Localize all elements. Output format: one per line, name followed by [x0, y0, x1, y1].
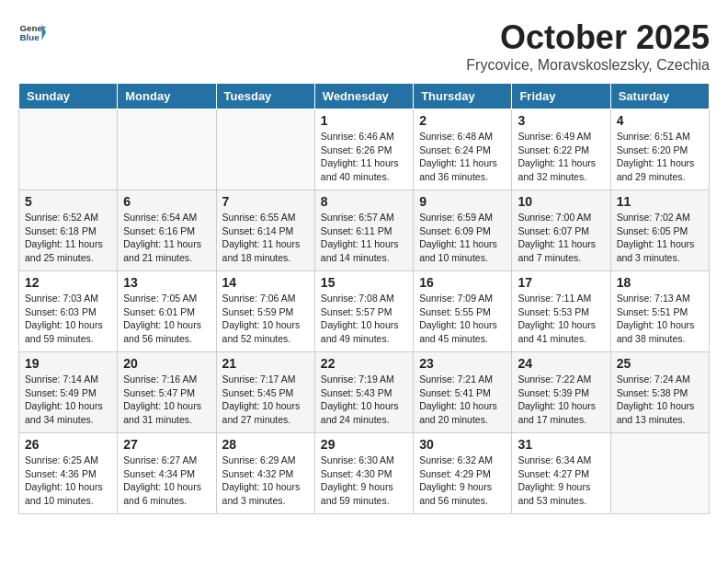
day-number: 27 [123, 437, 210, 452]
day-number: 14 [222, 275, 309, 290]
calendar-cell: 2Sunrise: 6:48 AMSunset: 6:24 PMDaylight… [414, 109, 512, 190]
calendar-week-row: 19Sunrise: 7:14 AMSunset: 5:49 PMDayligh… [19, 352, 710, 433]
day-info: Sunrise: 6:46 AMSunset: 6:26 PMDaylight:… [321, 130, 407, 184]
day-info: Sunrise: 6:59 AMSunset: 6:09 PMDaylight:… [419, 211, 506, 265]
day-info: Sunrise: 6:57 AMSunset: 6:11 PMDaylight:… [321, 211, 407, 265]
day-info: Sunrise: 6:30 AMSunset: 4:30 PMDaylight:… [321, 454, 407, 508]
calendar-week-row: 12Sunrise: 7:03 AMSunset: 6:03 PMDayligh… [19, 271, 710, 352]
day-number: 28 [222, 437, 309, 452]
calendar-cell: 11Sunrise: 7:02 AMSunset: 6:05 PMDayligh… [610, 190, 709, 271]
day-info: Sunrise: 6:27 AMSunset: 4:34 PMDaylight:… [123, 454, 210, 508]
day-info: Sunrise: 7:13 AMSunset: 5:51 PMDaylight:… [617, 292, 703, 346]
day-number: 4 [617, 113, 703, 128]
calendar-cell: 15Sunrise: 7:08 AMSunset: 5:57 PMDayligh… [314, 271, 413, 352]
calendar-cell [216, 109, 314, 190]
calendar-cell: 27Sunrise: 6:27 AMSunset: 4:34 PMDayligh… [118, 433, 216, 514]
day-info: Sunrise: 6:25 AMSunset: 4:36 PMDaylight:… [25, 454, 111, 508]
calendar-cell: 6Sunrise: 6:54 AMSunset: 6:16 PMDaylight… [118, 190, 216, 271]
day-info: Sunrise: 7:16 AMSunset: 5:47 PMDaylight:… [123, 373, 210, 427]
day-info: Sunrise: 7:21 AMSunset: 5:41 PMDaylight:… [419, 373, 506, 427]
weekday-header-friday: Friday [512, 84, 610, 109]
day-number: 30 [419, 437, 506, 452]
day-info: Sunrise: 7:02 AMSunset: 6:05 PMDaylight:… [617, 211, 703, 265]
day-info: Sunrise: 6:54 AMSunset: 6:16 PMDaylight:… [123, 211, 210, 265]
day-number: 2 [419, 113, 506, 128]
calendar-cell: 3Sunrise: 6:49 AMSunset: 6:22 PMDaylight… [512, 109, 610, 190]
weekday-header-saturday: Saturday [610, 84, 709, 109]
calendar-week-row: 26Sunrise: 6:25 AMSunset: 4:36 PMDayligh… [19, 433, 710, 514]
calendar-cell: 29Sunrise: 6:30 AMSunset: 4:30 PMDayligh… [314, 433, 413, 514]
logo-icon: General Blue [18, 18, 46, 46]
calendar-cell: 8Sunrise: 6:57 AMSunset: 6:11 PMDaylight… [314, 190, 413, 271]
weekday-header-wednesday: Wednesday [314, 84, 413, 109]
day-info: Sunrise: 6:34 AMSunset: 4:27 PMDaylight:… [518, 454, 604, 508]
calendar-cell: 1Sunrise: 6:46 AMSunset: 6:26 PMDaylight… [314, 109, 413, 190]
day-number: 8 [321, 194, 407, 209]
calendar-week-row: 5Sunrise: 6:52 AMSunset: 6:18 PMDaylight… [19, 190, 710, 271]
day-number: 10 [518, 194, 604, 209]
day-number: 7 [222, 194, 309, 209]
day-info: Sunrise: 6:51 AMSunset: 6:20 PMDaylight:… [617, 130, 703, 184]
day-number: 15 [321, 275, 407, 290]
day-number: 5 [25, 194, 111, 209]
day-number: 13 [123, 275, 210, 290]
day-number: 21 [222, 356, 309, 371]
calendar-cell: 30Sunrise: 6:32 AMSunset: 4:29 PMDayligh… [414, 433, 512, 514]
calendar-cell: 12Sunrise: 7:03 AMSunset: 6:03 PMDayligh… [19, 271, 118, 352]
day-number: 25 [617, 356, 703, 371]
day-info: Sunrise: 7:19 AMSunset: 5:43 PMDaylight:… [321, 373, 407, 427]
day-info: Sunrise: 6:48 AMSunset: 6:24 PMDaylight:… [419, 130, 506, 184]
day-info: Sunrise: 6:52 AMSunset: 6:18 PMDaylight:… [25, 211, 111, 265]
day-info: Sunrise: 6:32 AMSunset: 4:29 PMDaylight:… [419, 454, 506, 508]
day-number: 20 [123, 356, 210, 371]
day-info: Sunrise: 7:22 AMSunset: 5:39 PMDaylight:… [518, 373, 604, 427]
month-title: October 2025 [466, 18, 710, 57]
day-info: Sunrise: 7:14 AMSunset: 5:49 PMDaylight:… [25, 373, 111, 427]
calendar-cell: 19Sunrise: 7:14 AMSunset: 5:49 PMDayligh… [19, 352, 118, 433]
calendar-cell: 25Sunrise: 7:24 AMSunset: 5:38 PMDayligh… [610, 352, 709, 433]
day-info: Sunrise: 7:05 AMSunset: 6:01 PMDaylight:… [123, 292, 210, 346]
day-number: 16 [419, 275, 506, 290]
calendar-cell: 31Sunrise: 6:34 AMSunset: 4:27 PMDayligh… [512, 433, 610, 514]
calendar-cell: 13Sunrise: 7:05 AMSunset: 6:01 PMDayligh… [118, 271, 216, 352]
weekday-header-sunday: Sunday [19, 84, 118, 109]
day-number: 17 [518, 275, 604, 290]
day-info: Sunrise: 7:08 AMSunset: 5:57 PMDaylight:… [321, 292, 407, 346]
calendar-cell: 24Sunrise: 7:22 AMSunset: 5:39 PMDayligh… [512, 352, 610, 433]
calendar-cell [19, 109, 118, 190]
day-number: 19 [25, 356, 111, 371]
calendar-cell [118, 109, 216, 190]
day-info: Sunrise: 7:17 AMSunset: 5:45 PMDaylight:… [222, 373, 309, 427]
day-number: 18 [617, 275, 703, 290]
day-info: Sunrise: 7:03 AMSunset: 6:03 PMDaylight:… [25, 292, 111, 346]
calendar-cell: 9Sunrise: 6:59 AMSunset: 6:09 PMDaylight… [414, 190, 512, 271]
calendar-cell: 26Sunrise: 6:25 AMSunset: 4:36 PMDayligh… [19, 433, 118, 514]
day-number: 6 [123, 194, 210, 209]
day-info: Sunrise: 6:49 AMSunset: 6:22 PMDaylight:… [518, 130, 604, 184]
calendar-cell: 20Sunrise: 7:16 AMSunset: 5:47 PMDayligh… [118, 352, 216, 433]
day-info: Sunrise: 7:06 AMSunset: 5:59 PMDaylight:… [222, 292, 309, 346]
weekday-header-tuesday: Tuesday [216, 84, 314, 109]
day-info: Sunrise: 7:09 AMSunset: 5:55 PMDaylight:… [419, 292, 506, 346]
calendar-cell: 23Sunrise: 7:21 AMSunset: 5:41 PMDayligh… [414, 352, 512, 433]
day-info: Sunrise: 6:29 AMSunset: 4:32 PMDaylight:… [222, 454, 309, 508]
weekday-header-thursday: Thursday [414, 84, 512, 109]
day-number: 22 [321, 356, 407, 371]
location-title: Frycovice, Moravskoslezsky, Czechia [466, 57, 710, 74]
calendar-cell: 28Sunrise: 6:29 AMSunset: 4:32 PMDayligh… [216, 433, 314, 514]
title-block: October 2025 Frycovice, Moravskoslezsky,… [466, 18, 710, 74]
calendar-cell [610, 433, 709, 514]
calendar-cell: 17Sunrise: 7:11 AMSunset: 5:53 PMDayligh… [512, 271, 610, 352]
calendar-cell: 5Sunrise: 6:52 AMSunset: 6:18 PMDaylight… [19, 190, 118, 271]
day-number: 3 [518, 113, 604, 128]
weekday-header-monday: Monday [118, 84, 216, 109]
calendar-cell: 4Sunrise: 6:51 AMSunset: 6:20 PMDaylight… [610, 109, 709, 190]
calendar-cell: 7Sunrise: 6:55 AMSunset: 6:14 PMDaylight… [216, 190, 314, 271]
page-header: General Blue October 2025 Frycovice, Mor… [18, 18, 710, 74]
svg-text:Blue: Blue [20, 32, 40, 42]
day-info: Sunrise: 7:24 AMSunset: 5:38 PMDaylight:… [617, 373, 703, 427]
day-number: 26 [25, 437, 111, 452]
calendar-cell: 10Sunrise: 7:00 AMSunset: 6:07 PMDayligh… [512, 190, 610, 271]
day-number: 29 [321, 437, 407, 452]
calendar-cell: 16Sunrise: 7:09 AMSunset: 5:55 PMDayligh… [414, 271, 512, 352]
